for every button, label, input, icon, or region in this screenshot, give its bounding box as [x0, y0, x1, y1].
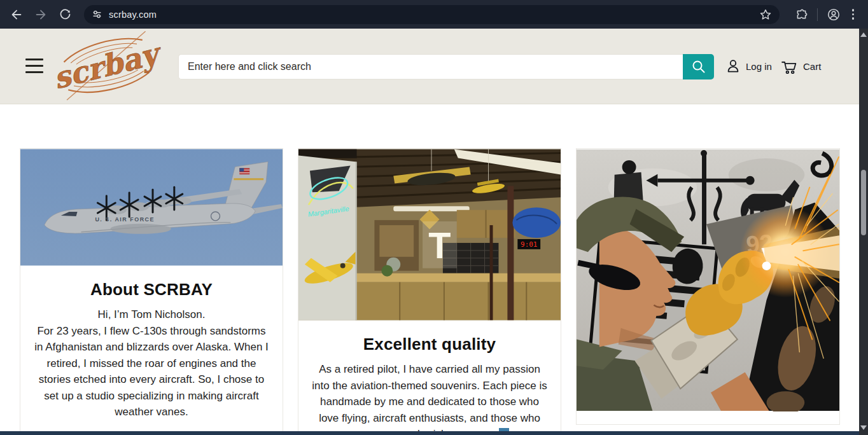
site-settings-icon[interactable] [92, 9, 102, 20]
site-header: scrbay Log in Cart [0, 29, 868, 104]
led-clock-text: 9:01 [521, 240, 537, 249]
back-icon[interactable] [6, 4, 27, 25]
page-scrollbar[interactable] [859, 29, 868, 435]
cart-label: Cart [803, 61, 821, 72]
below-fold-element-fragment [499, 428, 509, 431]
extensions-icon[interactable] [795, 8, 808, 21]
c130-aircraft-photo: U. S. AIR FORCE [20, 149, 283, 266]
login-label: Log in [746, 61, 772, 72]
aircraft-marking-text: U. S. AIR FORCE [95, 216, 155, 223]
workshop-photo: 9:01 Margaritaville T [298, 149, 561, 321]
scrollbar-thumb[interactable] [861, 170, 866, 235]
quality-body: As a retired pilot, I have carried all m… [311, 361, 548, 432]
quality-card: 9:01 Margaritaville T Excellent quality … [298, 148, 561, 432]
search-button[interactable] [683, 54, 714, 79]
quality-title: Excellent quality [305, 335, 554, 354]
url-text[interactable]: scrbay.com [109, 10, 157, 20]
craft-card: 92 [576, 148, 840, 425]
hamburger-icon[interactable] [25, 59, 45, 73]
scrollbar-down-arrow-icon[interactable] [860, 425, 867, 430]
forward-icon[interactable] [31, 4, 51, 25]
about-card: U. S. AIR FORCE About SCRBAY Hi, I’m Tom… [20, 148, 283, 432]
t-lamp-text: T [428, 225, 451, 266]
cart-icon [781, 59, 798, 74]
login-button[interactable]: Log in [725, 57, 772, 76]
about-title: About SCRBAY [27, 280, 276, 300]
person-icon [725, 59, 741, 74]
address-bar[interactable]: scrbay.com [84, 5, 780, 24]
profile-icon[interactable] [827, 8, 841, 22]
welding-photo: 92 [577, 149, 839, 411]
footer-bar [0, 431, 868, 435]
about-body: Hi, I’m Tom Nicholson. For 23 years, I f… [33, 307, 270, 420]
scrbay-logo[interactable]: scrbay [47, 31, 164, 101]
craft-card-caption-strip [577, 411, 839, 424]
toolbar-divider [817, 8, 818, 21]
logo-text: scrbay [50, 36, 164, 96]
scrollbar-up-arrow-icon[interactable] [860, 32, 867, 37]
menu-kebab-icon[interactable] [850, 6, 857, 22]
browser-toolbar: scrbay.com [0, 0, 868, 29]
search-icon [691, 59, 706, 74]
reload-icon[interactable] [55, 4, 75, 25]
bookmark-star-icon[interactable] [759, 8, 772, 21]
search-input[interactable] [178, 54, 683, 79]
browser-actions [795, 6, 857, 22]
cart-button[interactable]: Cart [781, 57, 821, 76]
